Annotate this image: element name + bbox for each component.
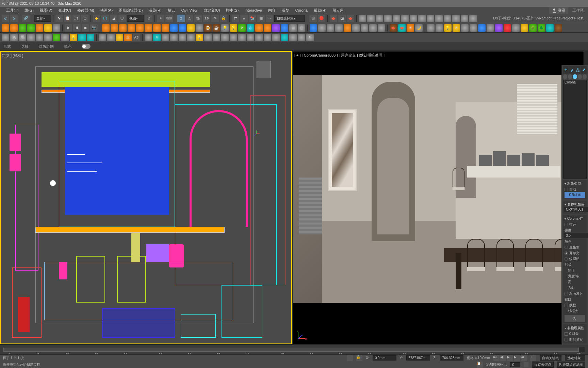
ref-coord-dropdown[interactable]: 视图 ▾ — [127, 15, 144, 22]
row3-rb-icon[interactable]: RB — [133, 34, 140, 41]
time-scrollbar[interactable] — [3, 348, 579, 352]
row3-icon-4[interactable] — [27, 34, 35, 41]
row3-icon-5[interactable] — [36, 34, 43, 41]
setkey-button[interactable]: 设置关键点 — [532, 362, 554, 368]
misc-tool-3-icon[interactable] — [376, 15, 383, 22]
corona-icon-1[interactable] — [310, 24, 317, 32]
row3-icon-29[interactable] — [289, 34, 297, 41]
fire-icon-1[interactable] — [102, 24, 110, 32]
material-editor-icon[interactable]: 🔴 — [318, 15, 325, 22]
selection-lock-icon[interactable]: 🔒 — [356, 355, 362, 361]
kelvin-radio[interactable] — [565, 251, 568, 255]
row3-icon-20[interactable] — [213, 34, 220, 41]
lights-icon[interactable] — [573, 74, 577, 79]
key-mode-icon[interactable]: + — [530, 355, 536, 361]
category-dropdown[interactable]: Corona — [563, 80, 587, 179]
goto-end-icon[interactable]: ⏭ — [521, 355, 527, 361]
plugin-icon-3[interactable] — [19, 24, 26, 32]
corona-icon-8[interactable] — [369, 24, 377, 32]
corona-icon-5[interactable] — [344, 24, 351, 32]
corona-icon-4[interactable] — [335, 24, 343, 32]
wireframe-checkbox[interactable] — [565, 304, 568, 307]
plugin-icon-5[interactable] — [36, 24, 43, 32]
light-tool-4-icon[interactable] — [470, 24, 477, 32]
menu-views[interactable]: 视图(V) — [37, 8, 55, 13]
script-listener-icon[interactable]: 📋 — [477, 362, 483, 368]
cup-icon[interactable]: ☕ — [213, 24, 220, 32]
play-icon[interactable] — [65, 24, 72, 32]
bulb-on-icon[interactable]: 💡 — [230, 24, 237, 32]
grid-icon[interactable]: ▦ — [289, 24, 297, 32]
viewport-left-label[interactable]: 定义 ] [线框 ] — [2, 53, 23, 58]
current-frame[interactable]: 0 — [510, 362, 520, 367]
geometry-icon[interactable] — [563, 74, 567, 79]
object-name-input[interactable] — [565, 207, 588, 212]
play-anim-icon[interactable]: ▶ — [507, 355, 513, 361]
drop-icon[interactable]: 💧 — [247, 24, 254, 32]
menu-interactive[interactable]: Interactive — [242, 8, 265, 12]
create-tab[interactable] — [563, 66, 569, 74]
prev-frame-icon[interactable]: ◀ — [500, 355, 506, 361]
keyboard-shortcut-icon[interactable]: ⌨ — [165, 15, 173, 22]
use-pivot-icon[interactable]: ⊕ — [145, 15, 152, 22]
select-rect-icon[interactable] — [72, 15, 80, 22]
fire-icon-2[interactable] — [111, 24, 118, 32]
row3-icon-12[interactable] — [107, 34, 115, 41]
select-manipulate-icon[interactable]: ✦ — [157, 15, 164, 22]
sphere-icon-1[interactable] — [255, 24, 263, 32]
globe-icon[interactable] — [196, 24, 203, 32]
toggle-ribbon-icon[interactable]: ▦ — [257, 15, 265, 22]
teapot-icon-1[interactable]: 🫖 — [390, 24, 397, 32]
rotate-icon[interactable] — [101, 15, 109, 22]
row3-icon-9[interactable] — [78, 34, 86, 41]
light-bulb-icon[interactable]: 💡 — [444, 24, 452, 32]
corona-icon-9[interactable] — [378, 24, 385, 32]
ribbon-select[interactable]: 选择 — [21, 44, 29, 49]
corona-icon-3[interactable] — [327, 24, 334, 32]
ribbon-object-paint[interactable]: 对象绘制 — [39, 44, 54, 49]
fire-icon-6[interactable] — [145, 24, 152, 32]
corona-light-header[interactable]: Corona 灯 — [565, 216, 585, 221]
layer-explorer-icon[interactable]: 📚 — [249, 15, 256, 22]
row3-icon-7[interactable] — [53, 34, 60, 41]
sun-icon[interactable]: ☀ — [407, 24, 414, 32]
menu-create[interactable]: 创建(C) — [56, 8, 74, 13]
nonphysical-header[interactable]: 非物理属性 — [565, 326, 585, 331]
plugin-icon-4[interactable] — [27, 24, 35, 32]
sphere-icon-3[interactable] — [272, 24, 280, 32]
pause-icon[interactable] — [73, 24, 81, 32]
autogrid-checkbox[interactable] — [565, 188, 568, 191]
viewport-left[interactable]: 定义 ] [线框 ] — [0, 51, 292, 344]
shapes-icon[interactable] — [568, 74, 572, 79]
menu-animation[interactable]: 动画(A) — [97, 8, 115, 13]
moon-icon[interactable]: 🌙 — [415, 24, 423, 32]
menu-substance[interactable]: 渲梦 — [279, 8, 292, 13]
light-tool-10-icon[interactable] — [521, 24, 528, 32]
row3-lamp-icon[interactable]: 💡 — [196, 34, 203, 41]
beer-icon[interactable]: 🍺 — [204, 24, 212, 32]
ribbon-mode[interactable]: 形式 — [3, 44, 11, 49]
snap-percent-icon[interactable]: % — [194, 15, 202, 22]
row3-icon-17[interactable] — [179, 34, 186, 41]
plugin-icon-1[interactable] — [2, 24, 9, 32]
row3-snow-icon[interactable]: ❄ — [153, 34, 161, 41]
time-slider[interactable]: 0 5 10 15 20 25 30 35 40 45 50 55 60 65 … — [3, 347, 585, 352]
snap-angle-icon[interactable]: ∠ — [186, 15, 193, 22]
fire-icon-7[interactable] — [153, 24, 161, 32]
fire-icon-8[interactable] — [162, 24, 169, 32]
undo-icon[interactable] — [2, 15, 9, 22]
light-tool-11-icon[interactable]: 🌳 — [529, 24, 537, 32]
misc-tool-14-icon[interactable] — [469, 15, 477, 22]
row3-bulb-icon[interactable]: 💡 — [70, 34, 77, 41]
row3-icon-25[interactable] — [255, 34, 263, 41]
menu-cloud[interactable]: 留云库 — [330, 8, 346, 13]
cr-light-button[interactable]: CR灯光 — [565, 192, 585, 198]
menu-rendering[interactable]: 渲染(R) — [146, 8, 164, 13]
menu-fx[interactable]: 炫云 — [165, 8, 178, 13]
autokey-button[interactable]: 自动关键点 — [540, 355, 561, 361]
misc-tool-7-icon[interactable] — [410, 15, 417, 22]
named-selection-sets[interactable]: 创建选择集 ▾ — [274, 15, 305, 22]
plugin-icon-2[interactable] — [10, 24, 18, 32]
selection-filter[interactable]: 全部 ▾ — [34, 15, 51, 22]
arrow-icon[interactable]: ➤ — [238, 24, 246, 32]
